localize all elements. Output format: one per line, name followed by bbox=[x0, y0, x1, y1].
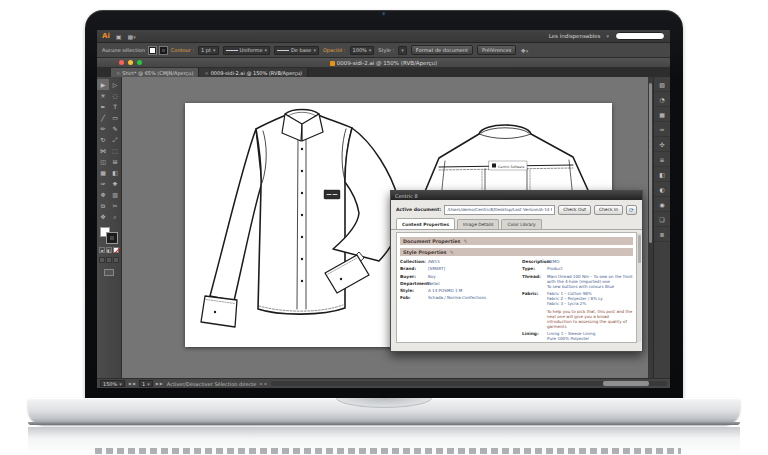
dialog-tab-content-properties[interactable]: Content Properties bbox=[396, 218, 455, 229]
arrange-documents-icon[interactable]: ▦▾ bbox=[128, 33, 136, 40]
slice-tool[interactable]: ✂ bbox=[109, 200, 121, 211]
color-panel-icon[interactable]: ▧ bbox=[654, 77, 670, 92]
graphic-styles-panel-icon[interactable]: ❑ bbox=[654, 212, 670, 227]
ai-file-icon bbox=[330, 61, 335, 66]
drawing-mode-row bbox=[99, 257, 119, 263]
selection-tool[interactable]: ▶ bbox=[97, 79, 109, 90]
none-button[interactable] bbox=[113, 247, 119, 253]
draw-normal-button[interactable] bbox=[99, 257, 105, 263]
fill-color-swatch[interactable] bbox=[149, 47, 156, 54]
color-button[interactable]: ▰ bbox=[99, 247, 105, 253]
pencil-tool[interactable]: ✎ bbox=[109, 123, 121, 134]
dialog-scrollbar-thumb[interactable] bbox=[638, 235, 641, 263]
perspective-grid-tool[interactable]: ⊞ bbox=[109, 156, 121, 167]
horizontal-scrollbar-thumb[interactable] bbox=[603, 381, 649, 386]
keyboard-reflection bbox=[95, 448, 681, 454]
shape-builder-tool[interactable]: ◫ bbox=[97, 156, 109, 167]
shirt-front-view[interactable] bbox=[201, 110, 400, 328]
edit-icon[interactable]: ✎ bbox=[463, 239, 467, 244]
gradient-panel-icon[interactable]: ◧ bbox=[654, 167, 670, 182]
first-artboard-icon[interactable]: ◀◀ bbox=[128, 381, 136, 386]
hand-tool[interactable]: ✥ bbox=[97, 211, 109, 222]
line-segment-tool[interactable]: ╱ bbox=[97, 112, 109, 123]
width-profile-dropdown[interactable]: Uniforme▾ bbox=[223, 46, 270, 55]
bridge-icon[interactable]: ▣ bbox=[116, 33, 122, 40]
dialog-titlebar[interactable]: Centric 8 bbox=[391, 191, 642, 200]
stroke-label[interactable]: Contour : bbox=[171, 47, 194, 53]
check-in-button[interactable]: Check In bbox=[594, 205, 623, 215]
refresh-button[interactable]: ⟳ bbox=[626, 205, 637, 215]
next-artboard-icon[interactable]: ▶▶ bbox=[156, 381, 164, 386]
refresh-icon: ⟳ bbox=[629, 206, 634, 213]
gradient-button[interactable]: ◧ bbox=[106, 247, 112, 253]
layers-panel-icon[interactable]: ≣ bbox=[654, 227, 670, 242]
back-yoke-label: Centric Software bbox=[489, 161, 527, 170]
zoom-tool[interactable]: ⌕ bbox=[109, 211, 121, 222]
document-setup-button[interactable]: Format de document bbox=[411, 45, 473, 55]
style-properties-header: Style Properties ✎ bbox=[400, 248, 633, 256]
symbol-sprayer-tool[interactable]: ❉ bbox=[97, 189, 109, 200]
vertical-scrollbar-thumb[interactable] bbox=[649, 83, 652, 243]
tab-shirt-document[interactable]: ×Shirt* @ 65% (CMJN/Aperçu) bbox=[111, 68, 199, 77]
lasso-tool[interactable]: ◌ bbox=[109, 90, 121, 101]
eyedropper-tool[interactable]: ✑ bbox=[97, 178, 109, 189]
opacity-dropdown[interactable]: 100%▾ bbox=[350, 46, 375, 55]
screen-mode-button[interactable] bbox=[104, 269, 114, 276]
blend-tool[interactable]: ❖ bbox=[109, 178, 121, 189]
artboard-navigation-dropdown[interactable]: 1▾ bbox=[139, 380, 153, 387]
document-properties-header: Document Properties ✎ bbox=[400, 237, 633, 245]
check-out-button[interactable]: Check Out bbox=[558, 205, 591, 215]
magic-wand-tool[interactable]: ✳ bbox=[97, 90, 109, 101]
property-row: Description: DEMO bbox=[522, 259, 633, 264]
rectangle-tool[interactable]: ▭ bbox=[109, 112, 121, 123]
chevron-down-icon: ▾ bbox=[606, 33, 609, 39]
style-dropdown[interactable]: ▾ bbox=[398, 46, 407, 55]
edit-icon[interactable]: ✎ bbox=[450, 250, 454, 255]
webcam bbox=[382, 12, 386, 16]
workspace-switcher[interactable]: Les indispensables bbox=[549, 33, 601, 39]
type-tool[interactable]: T bbox=[109, 101, 121, 112]
draw-behind-button[interactable] bbox=[106, 257, 112, 263]
chevron-down-icon: ▾ bbox=[526, 48, 529, 54]
graph-tool[interactable]: ▥ bbox=[109, 189, 121, 200]
paintbrush-tool[interactable]: ✏ bbox=[97, 123, 109, 134]
draw-inside-button[interactable] bbox=[113, 257, 119, 263]
brush-definition-dropdown[interactable]: De base▾ bbox=[274, 46, 319, 55]
symbols-panel-icon[interactable]: ✣ bbox=[654, 137, 670, 152]
close-tab-icon[interactable]: × bbox=[116, 70, 120, 76]
status-menu-icon[interactable]: ◂ ▸ bbox=[259, 381, 267, 386]
close-tab-icon[interactable]: × bbox=[204, 70, 208, 76]
stroke-color-swatch[interactable] bbox=[160, 47, 167, 54]
brushes-panel-icon[interactable]: ✑ bbox=[654, 122, 670, 137]
scale-tool[interactable]: ⤢ bbox=[109, 134, 121, 145]
stroke-swatch[interactable] bbox=[107, 233, 117, 243]
appearance-panel-icon[interactable]: ◉ bbox=[654, 197, 670, 212]
artboard-tool[interactable]: ⧉ bbox=[97, 200, 109, 211]
transparency-panel-icon[interactable]: ◐ bbox=[654, 182, 670, 197]
color-guide-panel-icon[interactable]: ◔ bbox=[654, 92, 670, 107]
opacity-label[interactable]: Opacité : bbox=[323, 47, 346, 53]
pen-tool[interactable]: ✒ bbox=[97, 101, 109, 112]
dialog-tab-color-library[interactable]: Color Library bbox=[501, 219, 541, 229]
dialog-toolbar: Active document: Check Out Check In ⟳ bbox=[391, 200, 642, 219]
preferences-button[interactable]: Préférences bbox=[477, 45, 516, 55]
direct-selection-tool[interactable]: ▷ bbox=[109, 79, 121, 90]
panel-options-icon[interactable]: ❖▾ bbox=[520, 47, 528, 54]
width-tool[interactable]: ⋈ bbox=[97, 145, 109, 156]
rotate-tool[interactable]: ↻ bbox=[97, 134, 109, 145]
stroke-panel-icon[interactable]: ≡ bbox=[654, 152, 670, 167]
mesh-tool[interactable]: ▦ bbox=[97, 167, 109, 178]
gradient-tool[interactable]: ◧ bbox=[109, 167, 121, 178]
dialog-scrollbar[interactable] bbox=[637, 233, 641, 342]
horizontal-scrollbar[interactable] bbox=[271, 381, 667, 386]
no-selection-label: Aucune sélection bbox=[102, 47, 145, 53]
dialog-tab-image-details[interactable]: Image Details bbox=[457, 219, 499, 229]
zoom-level-dropdown[interactable]: 150%▾ bbox=[100, 380, 125, 387]
free-transform-tool[interactable]: ⬚ bbox=[109, 145, 121, 156]
swatches-panel-icon[interactable]: ▦ bbox=[654, 107, 670, 122]
tab-0009-sidi-document[interactable]: ×0009-sidi-2.ai @ 150% (RVB/Aperçu) bbox=[199, 68, 308, 77]
control-bar: Aucune sélection Contour : 1 pt▾ Uniform… bbox=[97, 43, 670, 58]
stroke-weight-dropdown[interactable]: 1 pt▾ bbox=[198, 46, 218, 55]
search-input[interactable] bbox=[615, 32, 665, 40]
active-document-input[interactable] bbox=[444, 205, 555, 215]
